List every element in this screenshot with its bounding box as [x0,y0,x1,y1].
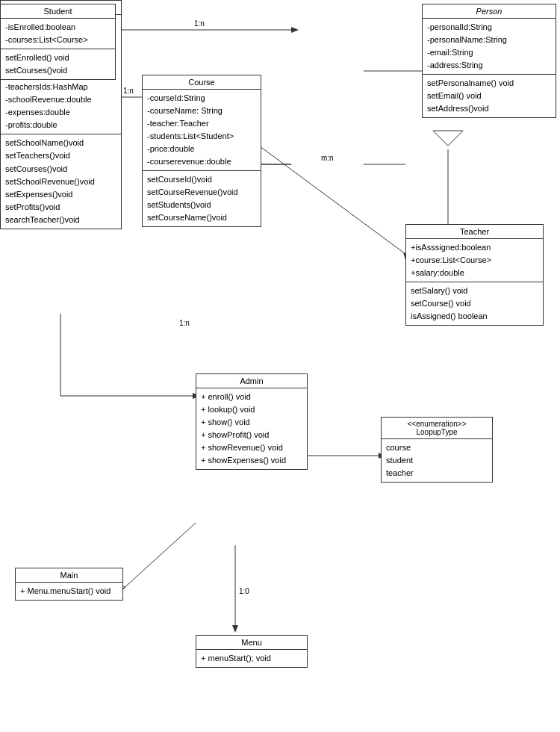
svg-line-11 [433,131,448,146]
school-methods: setSchoolName()void setTeachers()void se… [1,134,121,228]
main-box: Main + Menu.menuStart() void [15,568,123,601]
svg-line-27 [122,523,196,590]
teacher-title: Teacher [406,225,543,239]
course-methods: setCourseId()void setCourseRevenue()void… [143,171,261,226]
course-box: Course -courseId:String -courseName: Str… [142,75,261,227]
teacher-box: Teacher +isAsssigned:boolean +course:Lis… [405,224,544,326]
loopuptype-box: <<enumeration>>LoopupType course student… [381,417,493,483]
student-methods: setEnrolled() void setCourses()void [1,49,115,79]
course-title: Course [143,75,261,90]
loopuptype-title: <<enumeration>>LoopupType [382,418,492,439]
svg-text:m:n: m:n [321,154,334,162]
person-methods: setPersonalname() void setEmail() void s… [423,75,556,117]
teacher-attrs: +isAsssigned:boolean +course:List<Course… [406,239,543,282]
main-methods: + Menu.menuStart() void [16,583,122,600]
main-title: Main [16,568,122,583]
loopuptype-items: course student teacher [382,439,492,482]
course-attrs: -courseId:String -courseName: String -te… [143,90,261,171]
person-attrs: -personalId:String -personalName:String … [423,19,556,75]
menu-title: Menu [196,636,307,650]
student-attrs: -isEnrolled:boolean -courses:List<Course… [1,19,115,49]
menu-box: Menu + menuStart(); void [196,635,308,668]
svg-marker-30 [232,625,238,633]
uml-diagram: 1:n 1:n m:n 1:n [0,0,560,732]
person-title: Person [423,4,556,19]
svg-text:1:n: 1:n [194,19,205,28]
svg-text:1:n: 1:n [179,319,190,327]
svg-text:1:0: 1:0 [239,587,249,595]
svg-text:1:n: 1:n [123,87,134,95]
admin-box: Admin + enroll() void + lookup() void + … [196,373,308,470]
person-box: Person -personalId:String -personalName:… [422,4,556,118]
svg-line-19 [254,142,405,254]
teacher-methods: setSalary() void setCourse() void isAssi… [406,282,543,325]
menu-methods: + menuStart(); void [196,650,307,667]
student-title: Student [1,4,115,19]
admin-title: Admin [196,374,307,388]
student-box: Student -isEnrolled:boolean -courses:Lis… [0,4,116,80]
svg-line-12 [448,131,463,146]
admin-methods: + enroll() void + lookup() void + show()… [196,388,307,469]
svg-marker-1 [291,27,299,33]
